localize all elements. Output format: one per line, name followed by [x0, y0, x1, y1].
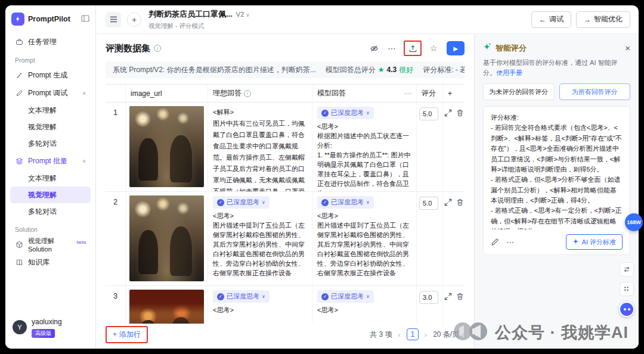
delete-row-button[interactable] — [456, 292, 464, 300]
beta-badge: beta — [76, 240, 86, 245]
sidebar-item-label: 文本理解 — [28, 173, 57, 184]
sidebar-item-prompt-gen[interactable]: Prompt 生成 — [10, 66, 91, 84]
next-page-button[interactable]: › — [425, 330, 427, 339]
dataset-image[interactable] — [129, 290, 204, 324]
criteria-text[interactable]: 评分标准: - 若回答完全符合格式要求（包含<思考>、<判断>、<解释>标签，且… — [491, 113, 623, 229]
score-input[interactable]: 3.0 — [419, 291, 438, 304]
system-prompt-preview[interactable]: 系统 Prompt/V2: 你的任务是根据奶茶店的图片描述，判断奶茶... — [113, 65, 316, 75]
sidebar-item-label: Prompt 调试 — [28, 88, 67, 98]
add-column-button[interactable]: + — [443, 85, 465, 102]
ideal-answer-cell[interactable]: <解释> 图片中共有三位可见员工，均佩戴了白色口罩且覆盖口鼻，符合食品卫生要求中… — [208, 103, 312, 191]
page-number[interactable]: 1 — [407, 328, 419, 340]
model-answer-cell[interactable]: ✓已深度思考∨ <思考> — [312, 286, 417, 324]
megaphone-icon — [452, 321, 489, 344]
sidebar-item-debug-vision[interactable]: 视觉理解 — [10, 119, 91, 135]
favorite-button[interactable]: ☆ — [429, 44, 438, 53]
check-icon: ✓ — [321, 293, 329, 300]
dataset-image[interactable] — [129, 195, 204, 281]
version-select[interactable]: V2 ∨ — [236, 11, 249, 18]
chevron-up-icon: ∧ — [82, 159, 86, 164]
score-unscored-button[interactable]: 为未评分的回答评分 — [483, 83, 555, 100]
book-icon — [15, 258, 23, 266]
column-model-answer[interactable]: 模型回答⋯ — [312, 85, 417, 102]
hide-column-button[interactable] — [369, 44, 379, 53]
ideal-answer-cell[interactable]: ✓已深度思考∨ <思考> 图片描述中提到了五位员工（左侧穿黑衬衫戴棕色围裙的男性… — [208, 192, 312, 285]
deep-think-badge[interactable]: ✓已深度思考∨ — [317, 107, 374, 119]
score-all-button[interactable]: 为所有回答评分 — [559, 83, 631, 100]
assistant-button[interactable] — [619, 302, 634, 317]
model-answer-cell[interactable]: ✓已深度思考∨ <思考> 根据图片描述中的员工状态逐一分析: 1. **最前方操… — [312, 103, 417, 191]
check-icon: ✓ — [217, 293, 224, 300]
expand-row-button[interactable] — [444, 108, 452, 116]
sidebar-item-label: 任务管理 — [28, 37, 57, 47]
sidebar-item-vision-solution[interactable]: 视觉理解 Solution beta — [10, 235, 91, 253]
sidebar-item-label: 文本理解 — [28, 105, 57, 116]
smart-optimize-button[interactable]: → 智能优化 — [576, 11, 630, 28]
column-ideal-answer[interactable]: 理想回答i — [208, 85, 312, 102]
dataset-image[interactable] — [129, 106, 204, 187]
avatar: Y — [13, 320, 27, 334]
pagination: 共 3 项 ‹ 1 › 20 条/页∨ — [370, 328, 465, 340]
ideal-answer-text: <思考> 图片描述中提到了五位员工（左侧穿黑衬衫戴棕色围裙的男性、其后方穿黑衬衫… — [213, 212, 307, 278]
main-area: + 判断奶茶店员工口罩佩... V2 ∨ 视觉理解 - 评分模式 ← 调试 → — [96, 5, 639, 349]
chevron-down-icon: ∨ — [262, 294, 265, 299]
ai-criteria-button[interactable]: AI 评分标准 — [566, 234, 623, 250]
task-subtitle: 视觉理解 - 评分模式 — [148, 22, 204, 29]
sidebar-item-debug-text[interactable]: 文本理解 — [10, 102, 91, 119]
model-answer-text: <思考> — [317, 306, 411, 315]
score-input[interactable]: 5.0 — [419, 107, 438, 120]
new-task-button[interactable]: + — [127, 13, 141, 27]
compare-view-button[interactable] — [620, 262, 634, 277]
sidebar-item-prompt-batch[interactable]: Prompt 批量 ∧ — [10, 152, 91, 170]
panel-description: 基于你对模型回答的评分标准，通过 AI 智能评分。使用手册 — [483, 58, 630, 77]
sidebar-item-debug-multiturn[interactable]: 多轮对话 — [10, 135, 91, 152]
delete-row-button[interactable] — [456, 198, 464, 206]
manual-link[interactable]: 使用手册 — [496, 69, 522, 76]
check-icon: ✓ — [321, 110, 329, 117]
prev-page-button[interactable]: ‹ — [398, 330, 400, 339]
apps-grid-button[interactable] — [620, 282, 634, 296]
dataset-table: image_url 理想回答i 模型回答⋯ 评分 + 1 <解释> 图片中共 — [106, 84, 465, 324]
more-options-button[interactable]: ⋯ — [387, 44, 397, 53]
expand-row-button[interactable] — [444, 198, 452, 206]
menu-button[interactable] — [106, 12, 121, 27]
ideal-answer-text: <思考> — [213, 306, 307, 315]
sidebar-item-task-management[interactable]: 任务管理 — [10, 33, 91, 51]
upload-highlight-box — [404, 41, 422, 56]
delete-row-button[interactable] — [456, 108, 464, 116]
info-icon[interactable]: i — [154, 45, 161, 52]
model-answer-cell[interactable]: ✓已深度思考∨ <思考> 图片描述中提到了五位员工（左侧穿黑衬衫戴棕色围裙的男性… — [312, 192, 417, 285]
upload-button[interactable] — [408, 44, 417, 53]
user-row[interactable]: Y yaoluxing 高级版 — [10, 312, 91, 341]
row-image-cell — [126, 286, 208, 324]
sidebar-collapse-icon[interactable] — [81, 14, 89, 24]
check-icon: ✓ — [217, 199, 224, 206]
counter-badge[interactable]: 168W — [625, 213, 643, 231]
deep-think-badge[interactable]: ✓已深度思考∨ — [317, 196, 374, 209]
criteria-preview[interactable]: 评分标准: - 若回答完全符合格... — [423, 65, 465, 75]
run-button[interactable]: ▶ — [447, 41, 465, 55]
expand-row-button[interactable] — [444, 292, 452, 300]
column-menu-button[interactable]: ⋯ — [404, 89, 411, 98]
column-score[interactable]: 评分 — [417, 85, 443, 102]
criteria-more-button[interactable]: ⋯ — [506, 238, 514, 247]
sidebar-item-batch-text[interactable]: 文本理解 — [10, 170, 91, 187]
debug-button[interactable]: ← 调试 — [531, 11, 571, 28]
sidebar-item-batch-multiturn[interactable]: 多轮对话 — [10, 203, 91, 220]
sidebar-item-batch-vision[interactable]: 视觉理解 — [10, 187, 91, 203]
sidebar-item-knowledge-base[interactable]: 知识库 — [10, 253, 91, 271]
score-input[interactable]: 5.0 — [419, 197, 438, 210]
edit-criteria-button[interactable] — [491, 238, 499, 246]
sidebar-item-prompt-debug[interactable]: Prompt 调试 ∧ — [10, 84, 91, 102]
close-panel-button[interactable]: × — [625, 44, 630, 52]
watermark-text: 公众号 · 我姚学AI — [495, 322, 628, 343]
deep-think-badge[interactable]: ✓已深度思考∨ — [213, 196, 270, 209]
add-row-button[interactable]: + 添加行 — [109, 328, 144, 341]
ideal-answer-cell[interactable]: ✓已深度思考∨ <思考> — [208, 286, 312, 324]
column-image-url[interactable]: image_url — [126, 85, 208, 102]
deep-think-badge[interactable]: ✓已深度思考∨ — [213, 290, 270, 303]
cube-icon — [15, 240, 23, 249]
score-cell: 5.0 — [417, 103, 443, 191]
criteria-card: 评分标准: - 若回答完全符合格式要求（包含<思考>、<判断>、<解释>标签，且… — [483, 106, 630, 255]
deep-think-badge[interactable]: ✓已深度思考∨ — [317, 290, 374, 303]
